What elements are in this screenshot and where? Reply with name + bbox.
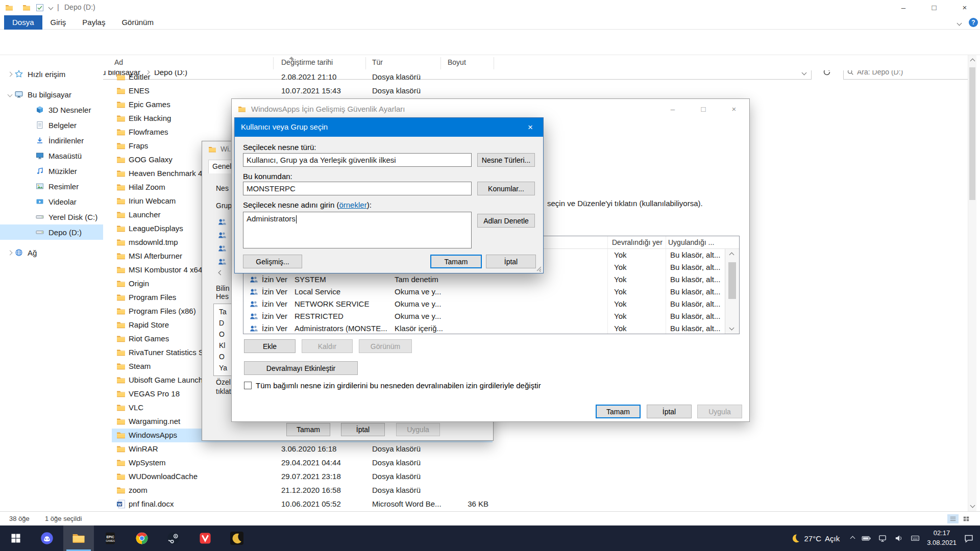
object-name-textarea[interactable]: Administrators bbox=[243, 212, 472, 248]
sidebar-item[interactable]: Bu bilgisayar bbox=[0, 87, 103, 102]
scrollbar-thumb[interactable] bbox=[728, 262, 736, 299]
taskbar-app-button[interactable] bbox=[63, 525, 94, 551]
file-row[interactable]: ENES 10.07.2021 15:43 Dosya klasörü bbox=[112, 84, 493, 98]
sidebar-item[interactable]: Müzikler bbox=[0, 163, 103, 179]
vertical-scrollbar[interactable] bbox=[968, 55, 976, 511]
minimize-button[interactable]: – bbox=[657, 99, 688, 119]
column-header-type[interactable]: Tür bbox=[372, 58, 383, 66]
weather-widget[interactable]: 27°C Açık bbox=[786, 533, 844, 543]
object-types-button[interactable]: Nesne Türleri... bbox=[477, 153, 535, 167]
maximize-button[interactable]: □ bbox=[919, 0, 949, 15]
ribbon-tab[interactable]: Paylaş bbox=[74, 15, 113, 30]
battery-icon[interactable] bbox=[862, 534, 871, 543]
taskbar-app-button[interactable] bbox=[158, 525, 189, 551]
permission-row[interactable]: İzin Ver Local Service Okuma ve y... Yok… bbox=[243, 286, 725, 298]
dialog-titlebar[interactable]: WindowsApps İçin Gelişmiş Güvenlik Ayarl… bbox=[232, 99, 749, 119]
sidebar-item[interactable]: Belgeler bbox=[0, 117, 103, 133]
explorer-titlebar[interactable]: | Depo (D:) – □ × bbox=[0, 0, 980, 15]
sidebar-item[interactable]: Depo (D:) bbox=[0, 224, 103, 240]
taskbar-clock[interactable]: 02:17 3.08.2021 bbox=[927, 529, 957, 548]
sidebar-item[interactable]: İndirilenler bbox=[0, 133, 103, 148]
details-view-button[interactable] bbox=[947, 514, 959, 523]
taskbar-app-button[interactable] bbox=[32, 525, 62, 551]
resize-grip[interactable] bbox=[534, 264, 542, 272]
sidebar-item[interactable]: 3D Nesneler bbox=[0, 102, 103, 117]
network-icon[interactable] bbox=[878, 534, 887, 543]
sidebar-item[interactable]: Videolar bbox=[0, 194, 103, 209]
taskbar-app-button[interactable] bbox=[222, 525, 252, 551]
expander-icon[interactable] bbox=[8, 92, 13, 97]
scroll-up-icon[interactable] bbox=[729, 253, 734, 258]
taskbar-app-button[interactable] bbox=[127, 525, 157, 551]
sidebar-item[interactable]: Ağ bbox=[0, 245, 103, 260]
locations-button[interactable]: Konumlar... bbox=[477, 182, 535, 195]
advanced-button[interactable]: Gelişmiş... bbox=[243, 255, 302, 268]
apply-button[interactable]: Uygula bbox=[396, 423, 440, 436]
permission-row[interactable]: İzin Ver RESTRICTED Okuma ve y... Yok Bu… bbox=[243, 310, 725, 322]
minimize-button[interactable]: – bbox=[888, 0, 919, 15]
file-row[interactable]: WinRAR 3.06.2020 16:18 Dosya klasörü bbox=[112, 442, 493, 456]
sidebar-item[interactable]: Resimler bbox=[0, 179, 103, 194]
scroll-up-icon[interactable] bbox=[970, 59, 975, 64]
expander-icon[interactable] bbox=[8, 250, 13, 255]
start-button[interactable] bbox=[0, 525, 32, 551]
column-header-date[interactable]: Değiştirme tarihi bbox=[281, 58, 333, 66]
ok-button[interactable]: Tamam bbox=[596, 405, 641, 418]
qat-check-icon[interactable] bbox=[36, 4, 44, 12]
file-row[interactable]: zoom 21.12.2020 16:58 Dosya klasörü bbox=[112, 484, 493, 497]
check-names-button[interactable]: Adları Denetle bbox=[477, 214, 535, 228]
close-button[interactable]: × bbox=[719, 99, 749, 119]
object-type-field[interactable] bbox=[243, 153, 472, 167]
collapse-ribbon-icon[interactable] bbox=[957, 21, 962, 26]
apply-button[interactable]: Uygula bbox=[697, 405, 742, 418]
permission-row[interactable]: İzin Ver NETWORK SERVICE Okuma ve y... Y… bbox=[243, 298, 725, 310]
sidebar-item[interactable]: Yerel Disk (C:) bbox=[0, 209, 103, 224]
scrollbar-thumb[interactable] bbox=[969, 67, 975, 200]
column-header-applies-to[interactable]: Uygulandığı ... bbox=[668, 238, 714, 246]
table-scrollbar[interactable] bbox=[725, 249, 739, 334]
thumbnail-view-button[interactable] bbox=[961, 514, 972, 523]
file-row[interactable]: Editler 2.08.2021 21:10 Dosya klasörü bbox=[112, 70, 493, 84]
file-row[interactable]: pnf final.docx 10.06.2021 05:52 Microsof… bbox=[112, 497, 493, 511]
sidebar-item[interactable]: Hızlı erişim bbox=[0, 66, 103, 82]
keyboard-icon[interactable] bbox=[911, 534, 920, 543]
cancel-button[interactable]: İptal bbox=[486, 255, 536, 268]
examples-link[interactable]: örnekler bbox=[339, 201, 366, 209]
close-button[interactable]: × bbox=[949, 0, 980, 15]
ribbon-tab[interactable]: Giriş bbox=[42, 15, 75, 30]
permission-row[interactable]: İzin Ver SYSTEM Tam denetim Yok Bu klasö… bbox=[243, 273, 725, 286]
column-header-name[interactable]: Ad bbox=[114, 58, 123, 66]
volume-icon[interactable] bbox=[894, 534, 903, 543]
replace-permissions-checkbox[interactable] bbox=[244, 382, 252, 389]
column-header-size[interactable]: Boyut bbox=[448, 58, 466, 66]
scroll-left-icon[interactable] bbox=[218, 270, 224, 276]
view-button[interactable]: Görünüm bbox=[359, 339, 412, 353]
qat-folder-icon[interactable] bbox=[22, 4, 31, 12]
ok-button[interactable]: Tamam bbox=[286, 423, 330, 436]
enable-inheritance-button[interactable]: Devralmayı Etkinleştir bbox=[244, 361, 358, 375]
close-button[interactable]: × bbox=[518, 118, 543, 137]
dialog-titlebar[interactable]: Kullanıcı veya Grup seçin × bbox=[235, 118, 543, 137]
file-row[interactable]: WpSystem 29.04.2021 04:44 Dosya klasörü bbox=[112, 456, 493, 470]
ribbon-tab[interactable]: Görünüm bbox=[113, 15, 162, 30]
column-header-inherited-from[interactable]: Devralındığı yer bbox=[612, 238, 663, 246]
address-dropdown-icon[interactable] bbox=[802, 70, 807, 76]
cancel-button[interactable]: İptal bbox=[341, 423, 385, 436]
taskbar-app-button[interactable] bbox=[95, 525, 126, 551]
help-icon[interactable]: ? bbox=[969, 18, 978, 27]
add-button[interactable]: Ekle bbox=[244, 339, 296, 353]
expander-icon[interactable] bbox=[8, 71, 13, 77]
ribbon-tab[interactable]: Dosya bbox=[4, 15, 42, 30]
taskbar-app-button[interactable] bbox=[190, 525, 220, 551]
qat-dropdown-icon[interactable] bbox=[48, 5, 54, 10]
scroll-down-icon[interactable] bbox=[729, 325, 734, 331]
ok-button[interactable]: Tamam bbox=[430, 255, 482, 268]
remove-button[interactable]: Kaldır bbox=[302, 339, 353, 353]
sidebar-item[interactable]: Masaüstü bbox=[0, 148, 103, 163]
maximize-button[interactable]: □ bbox=[688, 99, 719, 119]
tray-overflow-icon[interactable] bbox=[850, 536, 855, 541]
location-field[interactable] bbox=[243, 182, 472, 195]
permission-row[interactable]: İzin Ver Administrators (MONSTE... Klasö… bbox=[243, 322, 725, 335]
file-row[interactable]: WUDownloadCache 29.07.2021 23:18 Dosya k… bbox=[112, 470, 493, 484]
action-center-icon[interactable] bbox=[964, 533, 974, 543]
